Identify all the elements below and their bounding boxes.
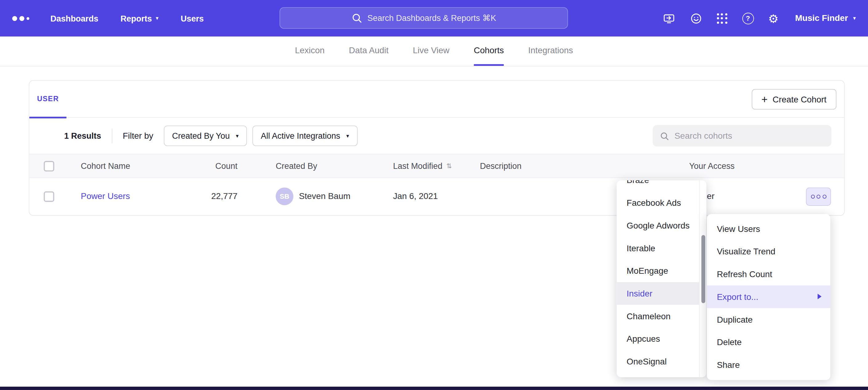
table-row: Power Users 22,777 SB Steven Baum Jan 6,… xyxy=(29,178,844,215)
creator-avatar: SB xyxy=(276,188,293,205)
bottom-window-edge xyxy=(0,387,868,390)
header-last-modified[interactable]: Last Modified ⇅ xyxy=(393,154,452,178)
cohort-count: 22,777 xyxy=(182,178,238,215)
kebab-dot xyxy=(816,195,820,199)
scrollbar-thumb[interactable] xyxy=(702,235,706,303)
integrations-filter-dropdown[interactable]: All Active Integrations ▾ xyxy=(252,126,358,146)
nav-reports-label: Reports xyxy=(121,13,152,23)
menu-item-duplicate[interactable]: Duplicate xyxy=(707,308,831,331)
tab-integrations[interactable]: Integrations xyxy=(528,37,573,66)
menu-item-iterable[interactable]: Iterable xyxy=(617,237,699,260)
cohort-name-link[interactable]: Power Users xyxy=(81,178,130,215)
created-by-filter-dropdown[interactable]: Created By You ▾ xyxy=(164,126,247,146)
menu-item-appcues[interactable]: Appcues xyxy=(617,328,699,350)
tab-lexicon[interactable]: Lexicon xyxy=(295,37,324,66)
plus-icon: + xyxy=(762,94,768,104)
chevron-down-icon: ▾ xyxy=(853,15,856,21)
submenu-arrow-icon xyxy=(817,294,822,299)
row-actions-kebab-button[interactable] xyxy=(806,188,831,206)
app-window: Dashboards Reports ▾ Users Search Dashbo… xyxy=(0,0,868,390)
menu-item-export-to-label: Export to... xyxy=(717,292,758,302)
integrations-filter-label: All Active Integrations xyxy=(261,131,340,140)
create-cohort-label: Create Cohort xyxy=(773,94,827,104)
header-your-access: Your Access xyxy=(689,154,735,178)
results-count: 1 Results xyxy=(64,131,101,140)
menu-item-insider[interactable]: Insider xyxy=(617,282,699,305)
table-header-row: Cohort Name Count Created By Last Modifi… xyxy=(29,154,844,178)
row-checkbox[interactable] xyxy=(44,191,54,202)
tab-data-audit[interactable]: Data Audit xyxy=(349,37,389,66)
global-search-input[interactable]: Search Dashboards & Reports ⌘K xyxy=(279,7,568,29)
chevron-down-icon: ▾ xyxy=(346,133,349,139)
menu-item-onesignal[interactable]: OneSignal xyxy=(617,350,699,373)
tab-cohorts[interactable]: Cohorts xyxy=(474,37,504,66)
nav-reports[interactable]: Reports ▾ xyxy=(121,13,159,23)
menu-item-visualize-trend[interactable]: Visualize Trend xyxy=(707,240,831,263)
chevron-down-icon: ▾ xyxy=(236,133,239,139)
logo-dot xyxy=(12,16,17,21)
chevron-down-icon: ▾ xyxy=(156,15,158,21)
tab-live-view[interactable]: Live View xyxy=(413,37,450,66)
menu-item-view-users[interactable]: View Users xyxy=(707,218,831,240)
export-destinations-menu: Braze Facebook Ads Google Adwords Iterab… xyxy=(617,180,706,377)
menu-item-facebook-ads[interactable]: Facebook Ads xyxy=(617,191,699,214)
workspace-name: Music Finder xyxy=(795,13,848,23)
scrollbar-track[interactable] xyxy=(699,180,706,377)
menu-item-braze[interactable]: Braze xyxy=(617,180,699,191)
header-description: Description xyxy=(480,154,521,178)
kebab-dot xyxy=(811,195,815,199)
logo-dot xyxy=(27,17,29,20)
cohort-search-input[interactable] xyxy=(674,131,824,140)
nav-users[interactable]: Users xyxy=(181,13,204,23)
settings-gear-icon[interactable]: ⚙ xyxy=(768,12,778,24)
apps-grid-icon[interactable] xyxy=(717,12,727,24)
tab-user-cohorts[interactable]: USER xyxy=(29,81,66,119)
search-icon xyxy=(660,131,669,140)
mixpanel-logo[interactable] xyxy=(12,16,30,21)
top-navbar: Dashboards Reports ▾ Users Search Dashbo… xyxy=(0,0,868,37)
navbar-actions: ? ⚙ Music Finder ▾ xyxy=(662,12,856,25)
header-count: Count xyxy=(182,154,238,178)
cohorts-card: USER + Create Cohort 1 Results Filter by… xyxy=(29,80,845,216)
logo-dot xyxy=(20,16,24,21)
header-last-modified-label: Last Modified xyxy=(393,154,442,178)
cohort-search-box xyxy=(653,125,831,147)
workspace-switcher[interactable]: Music Finder ▾ xyxy=(795,13,856,23)
sort-icon[interactable]: ⇅ xyxy=(446,154,452,178)
select-all-checkbox[interactable] xyxy=(44,161,54,171)
creator-name: Steven Baum xyxy=(299,178,350,215)
create-cohort-button[interactable]: + Create Cohort xyxy=(751,89,836,110)
menu-item-moengage[interactable]: MoEngage xyxy=(617,259,699,282)
feedback-smiley-icon[interactable] xyxy=(689,12,702,25)
menu-item-google-adwords[interactable]: Google Adwords xyxy=(617,214,699,237)
cohorts-card-header: USER + Create Cohort xyxy=(29,81,844,118)
header-created-by: Created By xyxy=(276,154,317,178)
menu-item-delete[interactable]: Delete xyxy=(707,331,831,353)
export-menu-scroll-area: Braze Facebook Ads Google Adwords Iterab… xyxy=(617,180,699,377)
primary-nav: Dashboards Reports ▾ Users xyxy=(51,13,204,23)
data-out-icon[interactable] xyxy=(662,12,675,25)
row-actions-menu: View Users Visualize Trend Refresh Count… xyxy=(707,214,831,380)
header-cohort-name: Cohort Name xyxy=(81,154,130,178)
divider xyxy=(112,129,112,143)
global-search-placeholder: Search Dashboards & Reports ⌘K xyxy=(368,13,496,23)
help-icon[interactable]: ? xyxy=(742,12,754,24)
kebab-dot xyxy=(823,195,827,199)
menu-item-share[interactable]: Share xyxy=(707,353,831,376)
search-icon xyxy=(351,12,362,23)
nav-dashboards[interactable]: Dashboards xyxy=(51,13,98,23)
menu-item-export-to[interactable]: Export to... xyxy=(707,285,831,308)
created-by-filter-label: Created By You xyxy=(172,131,229,140)
menu-item-chameleon[interactable]: Chameleon xyxy=(617,305,699,328)
section-tabs: Lexicon Data Audit Live View Cohorts Int… xyxy=(0,37,868,66)
filter-by-label: Filter by xyxy=(123,131,153,140)
menu-item-refresh-count[interactable]: Refresh Count xyxy=(707,263,831,285)
filter-row: 1 Results Filter by Created By You ▾ All… xyxy=(29,118,844,154)
last-modified-value: Jan 6, 2021 xyxy=(393,178,438,215)
